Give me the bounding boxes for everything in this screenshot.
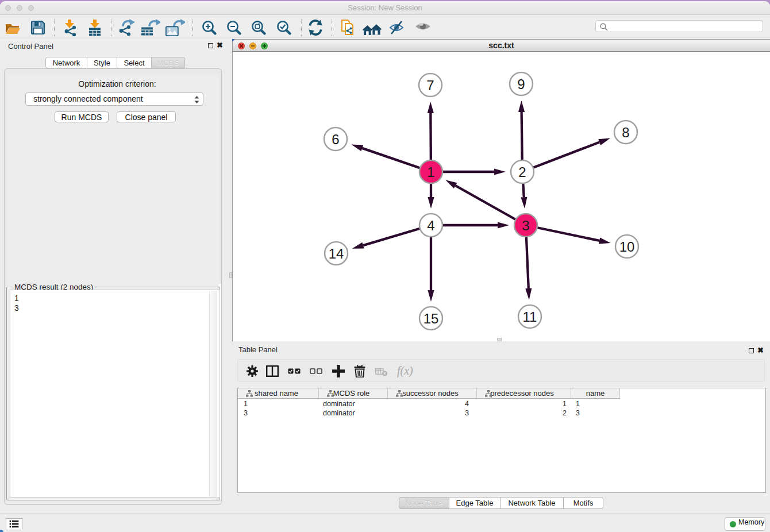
svg-text:7: 7 [426, 78, 434, 93]
svg-text:2: 2 [518, 164, 526, 180]
svg-text:9: 9 [517, 76, 525, 92]
svg-text:14: 14 [329, 246, 344, 261]
svg-text:8: 8 [622, 125, 629, 140]
svg-text:3: 3 [522, 218, 529, 233]
svg-text:10: 10 [619, 239, 635, 255]
svg-text:4: 4 [427, 218, 434, 233]
svg-text:6: 6 [332, 132, 339, 147]
svg-text:1: 1 [427, 164, 434, 180]
svg-text:11: 11 [523, 309, 537, 325]
svg-text:15: 15 [424, 311, 439, 326]
